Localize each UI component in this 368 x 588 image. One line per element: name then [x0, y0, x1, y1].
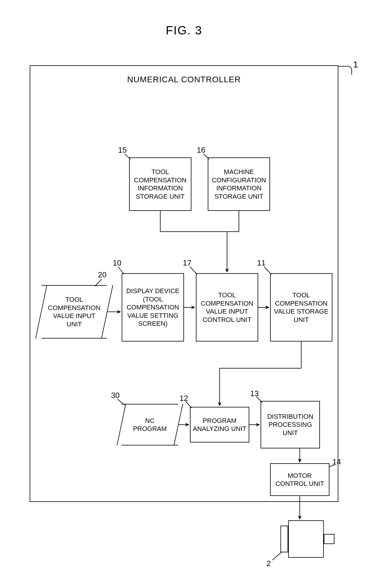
block-14-label: MOTOR CONTROL UNIT [275, 472, 324, 488]
block-17-label: TOOL COMPENSATION VALUE INPUT CONTROL UN… [201, 291, 253, 324]
figure-title: FIG. 3 [166, 24, 202, 37]
ref-label-10: 10 [113, 258, 121, 268]
block-30: NC PROGRAM [122, 404, 178, 445]
block-11: TOOL COMPENSATION VALUE STORAGE UNIT [270, 273, 332, 342]
block-10: DISPLAY DEVICE (TOOL COMPENSATION VALUE … [122, 273, 184, 342]
block-20-label: TOOL COMPENSATION VALUE INPUT UNIT [48, 295, 101, 328]
block-30-label: NC PROGRAM [133, 417, 167, 433]
svg-line-10 [272, 552, 282, 560]
ref-label-13: 13 [250, 389, 259, 398]
block-15-label: TOOL COMPENSATION INFORMATION STORAGE UN… [134, 168, 187, 200]
block-13-label: DISTRIBUTION PROCESSING UNIT [267, 412, 313, 437]
ref-label-16: 16 [197, 146, 205, 155]
block-13: DISTRIBUTION PROCESSING UNIT [261, 401, 320, 448]
block-10-label: DISPLAY DEVICE (TOOL COMPENSATION VALUE … [126, 287, 180, 328]
ref-leader-1 [338, 66, 352, 75]
block-14: MOTOR CONTROL UNIT [270, 463, 329, 496]
ref-label-17: 17 [183, 258, 191, 268]
ref-label-12: 12 [180, 394, 188, 403]
motor-body [288, 520, 324, 558]
block-17: TOOL COMPENSATION VALUE INPUT CONTROL UN… [196, 273, 258, 342]
block-20: TOOL COMPENSATION VALUE INPUT UNIT [42, 285, 107, 339]
block-15: TOOL COMPENSATION INFORMATION STORAGE UN… [129, 157, 191, 211]
ref-label-15: 15 [118, 146, 127, 155]
block-12-label: PROGRAM ANALYZING UNIT [193, 417, 247, 433]
ref-label-11: 11 [257, 258, 266, 268]
ref-label-1: 1 [353, 59, 358, 69]
block-16-label: MACHINE CONFIGURATION INFORMATION STORAG… [212, 168, 266, 200]
block-12: PROGRAM ANALYZING UNIT [190, 407, 249, 442]
ref-label-20: 20 [98, 270, 107, 279]
motor-shaft [324, 534, 334, 544]
diagram-canvas: FIG. 3 1 NUMERICAL CONTROLLER TOOL COMPE… [0, 0, 368, 588]
ref-label-14: 14 [332, 457, 341, 467]
numerical-controller-label: NUMERICAL CONTROLLER [127, 75, 241, 84]
block-16: MACHINE CONFIGURATION INFORMATION STORAG… [208, 157, 270, 211]
ref-label-30: 30 [111, 391, 120, 400]
motor-endcap [280, 526, 288, 552]
block-11-label: TOOL COMPENSATION VALUE STORAGE UNIT [274, 291, 329, 324]
ref-label-2: 2 [267, 559, 271, 568]
